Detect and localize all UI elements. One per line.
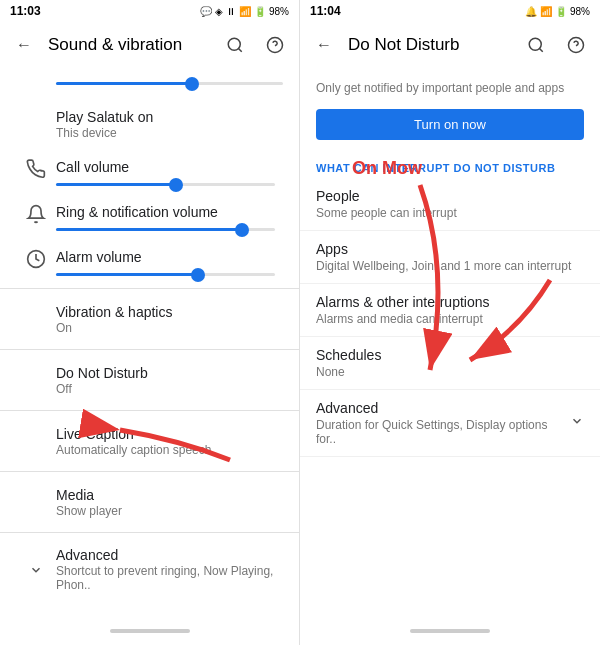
vibration-text: Vibration & haptics On	[56, 304, 283, 335]
whatsapp-icon: 💬	[200, 6, 212, 17]
list-item-vibration[interactable]: Vibration & haptics On	[0, 293, 299, 345]
right-list-item-alarms[interactable]: Alarms & other interruptions Alarms and …	[300, 284, 600, 337]
right-list-item-people[interactable]: People Some people can interrupt	[300, 178, 600, 231]
list-item-ring-volume[interactable]: Ring & notification volume	[0, 194, 299, 239]
people-title: People	[316, 188, 584, 204]
right-top-bar: ← Do Not Disturb	[300, 22, 600, 68]
left-bottom-bar	[0, 617, 299, 645]
right-search-button[interactable]	[520, 29, 552, 61]
call-volume-slider[interactable]	[56, 183, 275, 186]
battery-pct: 98%	[269, 6, 289, 17]
alarms-subtitle: Alarms and media can interrupt	[316, 312, 584, 326]
list-item-play-salatuk[interactable]: Play Salatuk on This device	[0, 97, 299, 149]
left-back-button[interactable]: ←	[8, 29, 40, 61]
signal-icon: 📶	[239, 6, 251, 17]
call-volume-fill	[56, 183, 176, 186]
schedules-title: Schedules	[316, 347, 584, 363]
right-time: 11:04	[310, 4, 341, 18]
right-alarm-icon: 🔔	[525, 6, 537, 17]
advanced-title: Advanced	[56, 547, 283, 563]
alarm-volume-thumb[interactable]	[191, 268, 205, 282]
schedules-subtitle: None	[316, 365, 584, 379]
alarm-volume-text: Alarm volume	[56, 249, 283, 284]
call-volume-text: Call volume	[56, 159, 283, 194]
list-item-media[interactable]: Media Show player	[0, 476, 299, 528]
call-volume-thumb[interactable]	[169, 178, 183, 192]
right-battery-pct: 98%	[570, 6, 590, 17]
right-page-title: Do Not Disturb	[348, 35, 512, 55]
left-status-bar: 11:03 💬 ◈ ⏸ 📶 🔋 98%	[0, 0, 299, 22]
alarms-title: Alarms & other interruptions	[316, 294, 584, 310]
right-content: People Some people can interrupt Apps Di…	[300, 178, 600, 617]
media-title: Media	[56, 487, 283, 503]
ring-volume-text: Ring & notification volume	[56, 204, 283, 239]
left-search-button[interactable]	[219, 29, 251, 61]
top-slider-section	[0, 68, 299, 97]
right-back-button[interactable]: ←	[308, 29, 340, 61]
live-caption-title: Live Caption	[56, 426, 283, 442]
left-top-bar: ← Sound & vibration	[0, 22, 299, 68]
right-status-bar: 11:04 🔔 📶 🔋 98%	[300, 0, 600, 22]
list-item-live-caption[interactable]: Live Caption Automatically caption speec…	[0, 415, 299, 467]
left-time: 11:03	[10, 4, 41, 18]
svg-point-4	[529, 38, 541, 50]
ring-volume-thumb[interactable]	[235, 223, 249, 237]
play-salatuk-text: Play Salatuk on This device	[56, 109, 283, 140]
right-list-item-advanced[interactable]: Advanced Duration for Quick Settings, Di…	[300, 390, 600, 457]
svg-point-0	[228, 38, 240, 50]
alarm-volume-slider[interactable]	[56, 273, 275, 276]
ring-volume-title: Ring & notification volume	[56, 204, 283, 220]
play-salatuk-title: Play Salatuk on	[56, 109, 283, 125]
right-advanced-subtitle: Duration for Quick Settings, Display opt…	[316, 418, 570, 446]
ring-volume-icon	[16, 204, 56, 224]
dnd-info-text: Only get notified by important people an…	[300, 68, 600, 105]
advanced-text: Advanced Shortcut to prevent ringing, No…	[56, 547, 283, 592]
top-slider-fill	[56, 82, 192, 85]
divider-5	[0, 532, 299, 533]
people-subtitle: Some people can interrupt	[316, 206, 584, 220]
apps-title: Apps	[316, 241, 584, 257]
top-slider-track[interactable]	[56, 82, 283, 85]
divider-2	[0, 349, 299, 350]
vibration-subtitle: On	[56, 321, 283, 335]
call-volume-icon	[16, 159, 56, 179]
right-help-button[interactable]	[560, 29, 592, 61]
alarm-volume-fill	[56, 273, 198, 276]
pause-icon: ⏸	[226, 6, 236, 17]
list-item-alarm-volume[interactable]: Alarm volume	[0, 239, 299, 284]
divider-1	[0, 288, 299, 289]
list-item-call-volume[interactable]: Call volume	[0, 149, 299, 194]
left-help-button[interactable]	[259, 29, 291, 61]
alarm-volume-title: Alarm volume	[56, 249, 283, 265]
apps-subtitle: Digital Wellbeing, Join, and 1 more can …	[316, 259, 584, 273]
media-text: Media Show player	[56, 487, 283, 518]
right-list-item-schedules[interactable]: Schedules None	[300, 337, 600, 390]
live-caption-subtitle: Automatically caption speech	[56, 443, 283, 457]
media-subtitle: Show player	[56, 504, 283, 518]
divider-3	[0, 410, 299, 411]
dnd-subtitle: Off	[56, 382, 283, 396]
battery-icon: 🔋	[254, 6, 266, 17]
ring-volume-slider[interactable]	[56, 228, 275, 231]
dnd-section-label: WHAT CAN INTERRUPT DO NOT DISTURB	[300, 152, 600, 178]
list-item-advanced-left[interactable]: Advanced Shortcut to prevent ringing, No…	[0, 537, 299, 602]
right-advanced-title: Advanced	[316, 400, 570, 416]
right-signal-icon: 📶	[540, 6, 552, 17]
left-status-icons: 💬 ◈ ⏸ 📶 🔋 98%	[200, 6, 289, 17]
call-volume-title: Call volume	[56, 159, 283, 175]
location-icon: ◈	[215, 6, 223, 17]
advanced-subtitle: Shortcut to prevent ringing, Now Playing…	[56, 564, 283, 592]
dnd-text: Do Not Disturb Off	[56, 365, 283, 396]
left-content: Play Salatuk on This device Call volume	[0, 68, 299, 617]
turn-on-now-button[interactable]: Turn on now	[316, 109, 584, 140]
live-caption-text: Live Caption Automatically caption speec…	[56, 426, 283, 457]
left-page-title: Sound & vibration	[48, 35, 211, 55]
divider-4	[0, 471, 299, 472]
dnd-title: Do Not Disturb	[56, 365, 283, 381]
vibration-title: Vibration & haptics	[56, 304, 283, 320]
right-list-item-apps[interactable]: Apps Digital Wellbeing, Join, and 1 more…	[300, 231, 600, 284]
list-item-do-not-disturb[interactable]: Do Not Disturb Off	[0, 354, 299, 406]
right-bottom-bar	[300, 617, 600, 645]
top-slider-thumb[interactable]	[185, 77, 199, 91]
right-home-pill	[410, 629, 490, 633]
